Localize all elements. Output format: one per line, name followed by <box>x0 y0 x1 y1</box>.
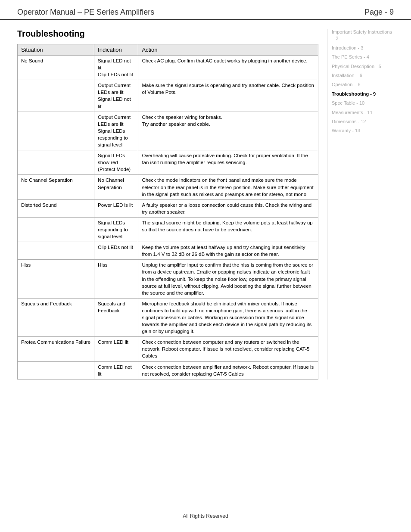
cell-situation <box>18 217 94 242</box>
cell-indication: Signal LEDs responding to signal level <box>94 217 138 242</box>
cell-indication: Signal LEDs show red (Protect Mode) <box>94 150 138 175</box>
table-row: Protea Communications FailureComm LED li… <box>18 337 318 361</box>
sidebar: Important Safety Instructions – 2Introdu… <box>327 29 394 380</box>
cell-action: Unplug the amplifier input to confirm th… <box>138 260 318 298</box>
table-row: Squeals and FeedbackSqueals and Feedback… <box>18 298 318 336</box>
cell-situation <box>18 112 94 150</box>
cell-action: Check connection between computer and an… <box>138 337 318 361</box>
content-area: Troubleshooting Situation Indication Act… <box>0 20 411 388</box>
sidebar-item-installation[interactable]: Installation – 6 <box>332 72 394 79</box>
col-indication: Indication <box>94 44 138 56</box>
cell-action: Keep the volume pots at least halfway up… <box>138 242 318 260</box>
sidebar-item-physical-desc[interactable]: Physical Description - 5 <box>332 63 394 70</box>
cell-indication: Hiss <box>94 260 138 298</box>
cell-situation <box>18 150 94 175</box>
page-footer: All Rights Reserved <box>0 513 411 519</box>
table-header-row: Situation Indication Action <box>18 44 318 56</box>
table-row: Signal LEDs responding to signal levelTh… <box>18 217 318 242</box>
cell-indication: Output Current LEDs are litSignal LEDs r… <box>94 112 138 150</box>
cell-indication: Output Current LEDs are litSignal LED no… <box>94 80 138 112</box>
cell-action: Make sure the signal source is operating… <box>138 80 318 112</box>
troubleshooting-table: Situation Indication Action No SoundSign… <box>17 44 318 380</box>
cell-situation: Squeals and Feedback <box>18 298 94 336</box>
cell-indication: Comm LED lit <box>94 337 138 361</box>
table-row: HissHissUnplug the amplifier input to co… <box>18 260 318 298</box>
cell-action: Overheating will cause protective muting… <box>138 150 318 175</box>
cell-indication: No Channel Separation <box>94 175 138 199</box>
sidebar-item-measurements[interactable]: Measurements - 11 <box>332 109 394 116</box>
header-title: Operator Manual – PE Series Amplifiers <box>17 8 154 17</box>
cell-indication: Power LED is lit <box>94 199 138 217</box>
section-title: Troubleshooting <box>17 29 318 39</box>
cell-action: Microphone feedback should be eliminated… <box>138 298 318 336</box>
cell-action: A faulty speaker or a loose connection c… <box>138 199 318 217</box>
sidebar-item-dimensions[interactable]: Dimensions - 12 <box>332 118 394 125</box>
cell-situation: No Channel Separation <box>18 175 94 199</box>
cell-action: Check the mode indicators on the front p… <box>138 175 318 199</box>
cell-situation <box>18 361 94 379</box>
cell-indication: Comm LED not lit <box>94 361 138 379</box>
cell-indication: Clip LEDs not lit <box>94 242 138 260</box>
cell-situation: Protea Communications Failure <box>18 337 94 361</box>
table-row: No SoundSignal LED not litClip LEDs not … <box>18 56 318 80</box>
header-page: Page - 9 <box>364 8 394 17</box>
cell-situation: Distorted Sound <box>18 199 94 217</box>
table-row: Comm LED not litCheck connection between… <box>18 361 318 379</box>
sidebar-item-operation[interactable]: Operation – 8 <box>332 81 394 88</box>
sidebar-item-warranty[interactable]: Warranty - 13 <box>332 128 394 134</box>
cell-indication: Squeals and Feedback <box>94 298 138 336</box>
cell-action: Check the speaker wiring for breaks.Try … <box>138 112 318 150</box>
table-row: Clip LEDs not litKeep the volume pots at… <box>18 242 318 260</box>
cell-action: The signal source might be clipping. Kee… <box>138 217 318 242</box>
table-row: Signal LEDs show red (Protect Mode)Overh… <box>18 150 318 175</box>
cell-action: Check connection between amplifier and n… <box>138 361 318 379</box>
sidebar-item-troubleshooting[interactable]: Troubleshooting - 9 <box>332 91 394 97</box>
page-wrapper: Operator Manual – PE Series Amplifiers P… <box>0 0 411 532</box>
sidebar-item-pe-series[interactable]: The PE Series - 4 <box>332 54 394 60</box>
cell-situation: No Sound <box>18 56 94 80</box>
sidebar-item-spec-table[interactable]: Spec Table - 10 <box>332 100 394 106</box>
page-header: Operator Manual – PE Series Amplifiers P… <box>0 0 411 20</box>
cell-indication: Signal LED not litClip LEDs not lit <box>94 56 138 80</box>
table-row: No Channel SeparationNo Channel Separati… <box>18 175 318 199</box>
cell-situation: Hiss <box>18 260 94 298</box>
footer-text: All Rights Reserved <box>183 513 228 519</box>
table-row: Distorted SoundPower LED is litA faulty … <box>18 199 318 217</box>
cell-situation <box>18 80 94 112</box>
cell-situation <box>18 242 94 260</box>
table-row: Output Current LEDs are litSignal LED no… <box>18 80 318 112</box>
table-row: Output Current LEDs are litSignal LEDs r… <box>18 112 318 150</box>
main-content: Troubleshooting Situation Indication Act… <box>17 29 327 380</box>
col-situation: Situation <box>18 44 94 56</box>
cell-action: Check AC plug. Confirm that AC outlet wo… <box>138 56 318 80</box>
sidebar-item-important-safety[interactable]: Important Safety Instructions – 2 <box>332 29 394 42</box>
col-action: Action <box>138 44 318 56</box>
sidebar-item-introduction[interactable]: Introduction - 3 <box>332 45 394 51</box>
